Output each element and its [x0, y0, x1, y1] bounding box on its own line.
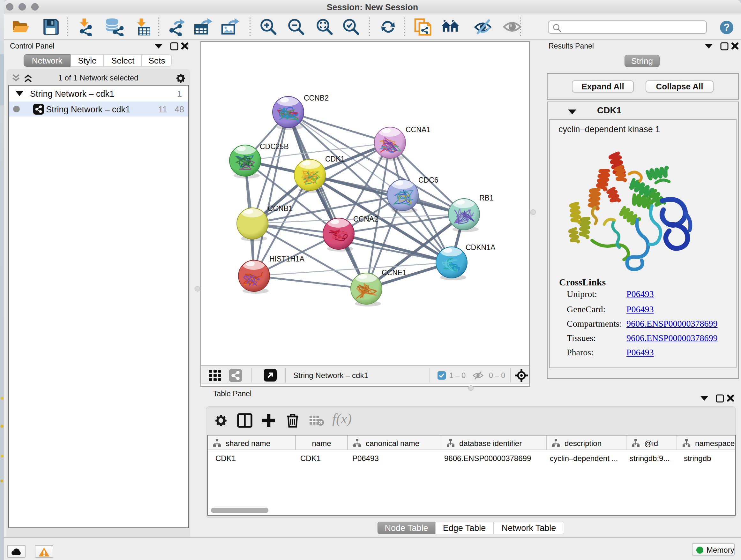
svg-text:CDC6: CDC6 — [418, 176, 439, 184]
svg-text:CCNB1: CCNB1 — [268, 204, 293, 212]
svg-text:HIST1H1A: HIST1H1A — [269, 255, 305, 263]
svg-text:CCNB2: CCNB2 — [304, 94, 329, 102]
svg-text:CCNA2: CCNA2 — [353, 215, 378, 223]
svg-text:CDKN1A: CDKN1A — [466, 243, 495, 252]
svg-text:RB1: RB1 — [479, 194, 494, 202]
svg-text:CDK1: CDK1 — [325, 155, 345, 163]
svg-text:CCNE1: CCNE1 — [382, 268, 407, 277]
svg-text:CCNA1: CCNA1 — [406, 125, 430, 134]
svg-text:CDC25B: CDC25B — [260, 142, 289, 151]
